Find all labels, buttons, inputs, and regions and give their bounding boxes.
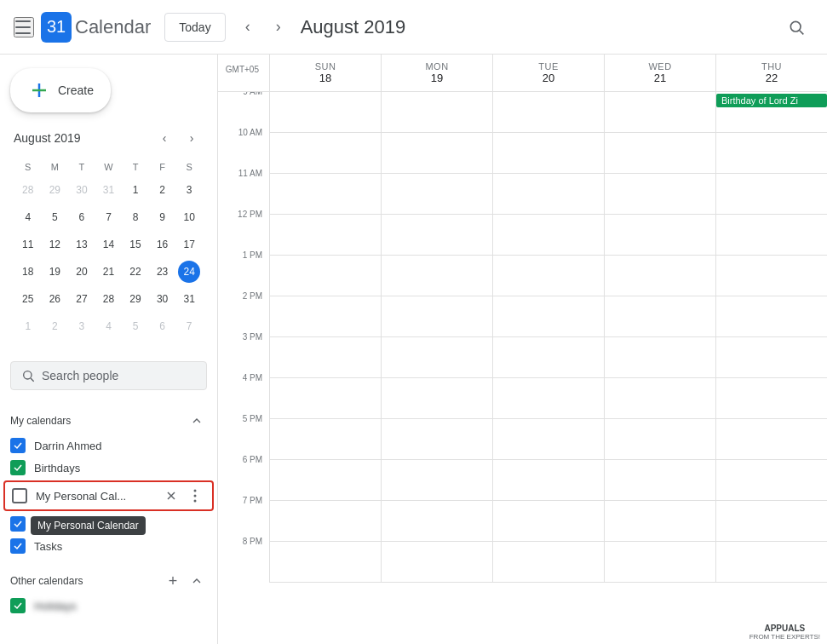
day-cell[interactable]	[605, 378, 715, 419]
calendar-more-button[interactable]	[185, 486, 205, 506]
calendar-checkbox[interactable]	[10, 516, 26, 532]
calendar-close-button[interactable]	[161, 486, 181, 506]
day-cell[interactable]	[716, 501, 827, 542]
mini-cal-date[interactable]: 28	[15, 177, 41, 203]
day-cell[interactable]	[382, 92, 492, 133]
day-cell[interactable]	[716, 542, 827, 583]
create-button[interactable]: Create	[10, 68, 111, 112]
mini-cal-date[interactable]: 2	[150, 177, 175, 203]
mini-cal-date[interactable]: 3	[176, 177, 202, 203]
mini-cal-date[interactable]: 9	[150, 204, 175, 230]
day-cell[interactable]	[382, 501, 492, 542]
day-cell[interactable]	[493, 419, 604, 460]
calendar-checkbox[interactable]	[12, 488, 27, 503]
mini-cal-date[interactable]: 30	[150, 286, 175, 312]
day-cell[interactable]	[270, 542, 381, 583]
today-button[interactable]: Today	[164, 13, 225, 42]
day-cell[interactable]	[605, 501, 715, 542]
day-cell[interactable]	[382, 256, 492, 296]
day-cell[interactable]	[716, 337, 827, 378]
mini-cal-date[interactable]: 5	[43, 204, 68, 230]
day-cell[interactable]	[716, 256, 827, 296]
day-cell[interactable]	[605, 296, 715, 337]
day-cell[interactable]	[382, 419, 492, 460]
day-cell[interactable]	[716, 133, 827, 174]
day-cell[interactable]	[605, 460, 715, 501]
mini-cal-date[interactable]: 13	[69, 232, 95, 257]
day-cell[interactable]	[716, 460, 827, 501]
mini-cal-date[interactable]: 10	[176, 204, 202, 230]
other-calendars-add-button[interactable]: +	[163, 571, 183, 591]
day-cell[interactable]	[493, 92, 604, 133]
mini-cal-date[interactable]: 31	[96, 177, 122, 203]
mini-cal-date[interactable]: 31	[176, 286, 202, 312]
mini-cal-date[interactable]: 11	[15, 232, 41, 257]
mini-cal-date[interactable]: 25	[15, 286, 41, 312]
next-period-button[interactable]: ›	[263, 12, 294, 43]
my-calendar-item-0[interactable]: Darrin Ahmed	[0, 434, 217, 457]
mini-cal-date[interactable]: 6	[150, 313, 175, 339]
day-cell[interactable]	[605, 542, 715, 583]
mini-cal-date[interactable]: 1	[123, 177, 148, 203]
day-cell[interactable]	[270, 460, 381, 501]
mini-cal-date[interactable]: 4	[15, 204, 41, 230]
day-cell[interactable]	[605, 133, 715, 174]
mini-cal-date[interactable]: 28	[96, 286, 122, 312]
day-cell[interactable]	[270, 133, 381, 174]
my-calendars-collapse-button[interactable]	[187, 411, 207, 431]
calendar-event[interactable]: Birthday of Lord Zi	[716, 94, 827, 107]
mini-cal-date[interactable]: 2	[43, 313, 68, 339]
day-cell[interactable]	[382, 296, 492, 337]
mini-cal-date[interactable]: 6	[69, 204, 95, 230]
mini-cal-date[interactable]: 29	[123, 286, 148, 312]
day-cell[interactable]	[716, 419, 827, 460]
mini-cal-prev-button[interactable]: ‹	[152, 126, 176, 150]
mini-cal-date[interactable]: 27	[69, 286, 95, 312]
mini-cal-date[interactable]: 4	[96, 313, 122, 339]
mini-cal-date[interactable]: 14	[96, 232, 122, 257]
day-cell[interactable]	[605, 92, 715, 133]
app-logo[interactable]: 31 Calendar	[41, 12, 151, 43]
other-calendars-collapse-button[interactable]	[187, 571, 207, 591]
day-cell[interactable]	[270, 296, 381, 337]
day-cell[interactable]	[716, 378, 827, 419]
day-cell[interactable]	[493, 460, 604, 501]
mini-cal-date[interactable]: 29	[43, 177, 68, 203]
mini-cal-date[interactable]: 1	[15, 313, 41, 339]
day-cell[interactable]	[493, 337, 604, 378]
mini-cal-next-button[interactable]: ›	[180, 126, 204, 150]
mini-cal-date[interactable]: 8	[123, 204, 148, 230]
day-cell[interactable]	[382, 133, 492, 174]
my-calendar-item-2[interactable]: My Personal Cal...My Personal Calendar	[3, 480, 214, 511]
day-cell[interactable]	[716, 296, 827, 337]
day-cell[interactable]	[382, 460, 492, 501]
mini-cal-date[interactable]: 20	[69, 259, 95, 285]
day-cell[interactable]	[716, 174, 827, 215]
search-button[interactable]	[779, 10, 813, 44]
day-cell[interactable]	[270, 215, 381, 256]
day-cell[interactable]	[605, 337, 715, 378]
calendar-checkbox[interactable]	[10, 598, 26, 613]
mini-cal-date[interactable]: 16	[150, 232, 175, 257]
mini-cal-date[interactable]: 23	[150, 259, 175, 285]
day-cell[interactable]	[605, 256, 715, 296]
calendar-grid-container[interactable]: 9 AM10 AM11 AM12 PM1 PM2 PM3 PM4 PM5 PM6…	[218, 92, 827, 644]
day-cell[interactable]	[270, 256, 381, 296]
day-cell[interactable]	[382, 337, 492, 378]
search-people-input[interactable]: Search people	[10, 361, 207, 390]
day-cell[interactable]	[716, 215, 827, 256]
day-cell[interactable]	[382, 378, 492, 419]
calendar-checkbox[interactable]	[10, 438, 26, 453]
day-cell[interactable]	[493, 296, 604, 337]
mini-cal-date[interactable]: 15	[123, 232, 148, 257]
day-cell[interactable]	[382, 542, 492, 583]
other-calendar-item-0[interactable]: Holidays	[0, 595, 217, 617]
prev-period-button[interactable]: ‹	[233, 12, 263, 43]
mini-cal-date[interactable]: 19	[43, 259, 68, 285]
calendar-checkbox[interactable]	[10, 538, 26, 554]
day-cell[interactable]	[270, 501, 381, 542]
mini-cal-date[interactable]: 30	[69, 177, 95, 203]
day-cell[interactable]	[605, 174, 715, 215]
mini-cal-date[interactable]: 7	[96, 204, 122, 230]
day-cell[interactable]	[270, 92, 381, 133]
